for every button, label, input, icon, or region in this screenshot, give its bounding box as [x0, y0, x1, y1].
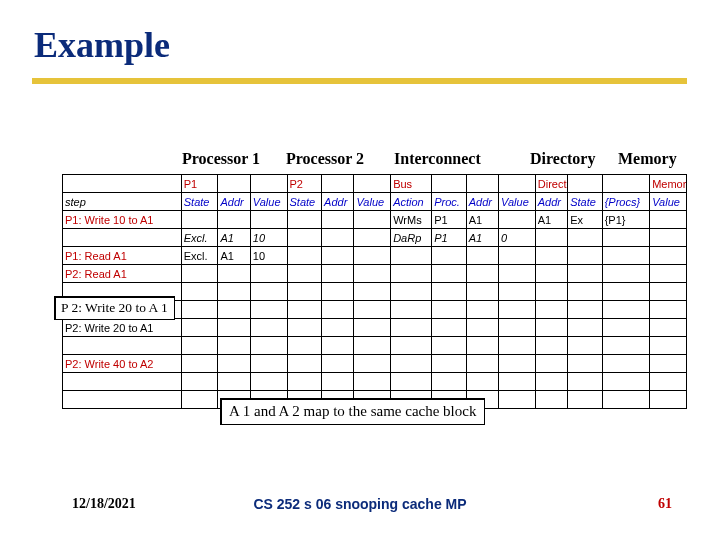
cell-d_procs: [602, 319, 650, 337]
cell-step: [63, 391, 182, 409]
cell-p2_value: [354, 301, 391, 319]
cell-step: P2: Write 20 to A1: [63, 319, 182, 337]
cell-d_state: [568, 247, 603, 265]
cell-d_procs: [602, 391, 650, 409]
cell-b_action: WrMs: [391, 211, 432, 229]
cell-m_value: [650, 391, 687, 409]
cell-b_value: [499, 247, 536, 265]
cell-d_state: [568, 319, 603, 337]
cell-b_action: [391, 283, 432, 301]
header-cell-b_addr: Addr: [466, 193, 498, 211]
cell-p1_addr: [218, 265, 250, 283]
cell-step: P2: Write 40 to A2: [63, 355, 182, 373]
cell-b_addr: [466, 301, 498, 319]
cell-b_proc: [432, 319, 467, 337]
cell-p2_addr: [322, 355, 354, 373]
cell-d_state: [568, 337, 603, 355]
top-cell-p2_state: P2: [287, 175, 322, 193]
cell-p2_value: [354, 283, 391, 301]
cell-p2_value: [354, 319, 391, 337]
header-cell-p1_addr: Addr: [218, 193, 250, 211]
cell-p2_value: [354, 211, 391, 229]
cell-b_action: [391, 355, 432, 373]
cell-p1_state: Excl.: [181, 247, 218, 265]
cell-p2_value: [354, 373, 391, 391]
cell-p2_addr: [322, 373, 354, 391]
cell-m_value: [650, 301, 687, 319]
cell-m_value: [650, 265, 687, 283]
header-cell-p2_value: Value: [354, 193, 391, 211]
cell-b_proc: P1: [432, 229, 467, 247]
cell-p2_state: [287, 301, 322, 319]
cell-p2_value: [354, 247, 391, 265]
callout-pending-step: P 2: Write 20 to A 1: [54, 296, 175, 320]
coherence-table: P1P2BusDirectoryMemorstepStateAddrValueS…: [62, 174, 687, 409]
cell-b_action: [391, 265, 432, 283]
cell-b_addr: [466, 265, 498, 283]
header-cell-d_procs: {Procs}: [602, 193, 650, 211]
cell-b_proc: [432, 301, 467, 319]
top-cell-d_procs: [602, 175, 650, 193]
cell-d_procs: [602, 337, 650, 355]
cell-d_procs: [602, 247, 650, 265]
cell-d_procs: [602, 229, 650, 247]
footer-page-number: 61: [658, 496, 672, 512]
cell-d_addr: [535, 391, 567, 409]
header-cell-d_addr: Addr: [535, 193, 567, 211]
cell-b_addr: A1: [466, 229, 498, 247]
cell-b_proc: [432, 355, 467, 373]
cell-b_value: [499, 337, 536, 355]
cell-p2_addr: [322, 247, 354, 265]
top-cell-p2_addr: [322, 175, 354, 193]
cell-p2_addr: [322, 265, 354, 283]
cell-p1_state: Excl.: [181, 229, 218, 247]
top-cell-p1_state: P1: [181, 175, 218, 193]
mapping-note: A 1 and A 2 map to the same cache block: [220, 398, 485, 425]
cell-step: [63, 337, 182, 355]
cell-p1_value: [250, 319, 287, 337]
cell-p2_addr: [322, 337, 354, 355]
cell-p2_state: [287, 229, 322, 247]
cell-p2_state: [287, 265, 322, 283]
cell-p1_value: 10: [250, 229, 287, 247]
cell-d_state: [568, 301, 603, 319]
top-cell-b_value: [499, 175, 536, 193]
cell-b_value: [499, 265, 536, 283]
cell-b_value: [499, 283, 536, 301]
cell-p1_addr: A1: [218, 229, 250, 247]
table-top-row: P1P2BusDirectoryMemor: [63, 175, 687, 193]
cell-p1_value: [250, 283, 287, 301]
cell-p2_addr: [322, 229, 354, 247]
cell-m_value: [650, 355, 687, 373]
cell-p2_state: [287, 355, 322, 373]
slide-title: Example: [34, 24, 170, 66]
cell-b_value: [499, 211, 536, 229]
top-cell-b_addr: [466, 175, 498, 193]
cell-p1_value: [250, 301, 287, 319]
cell-p1_state: [181, 283, 218, 301]
cell-p1_state: [181, 319, 218, 337]
cell-b_addr: [466, 355, 498, 373]
cell-p1_state: [181, 373, 218, 391]
cell-d_addr: [535, 229, 567, 247]
cell-p2_value: [354, 355, 391, 373]
cell-p2_state: [287, 319, 322, 337]
group-label-interconnect: Interconnect: [394, 150, 481, 168]
table-row: P1: Write 10 to A1WrMsP1A1A1Ex{P1}: [63, 211, 687, 229]
header-cell-p2_addr: Addr: [322, 193, 354, 211]
table-row: P2: Write 20 to A1: [63, 319, 687, 337]
cell-p1_addr: [218, 301, 250, 319]
cell-b_value: [499, 391, 536, 409]
cell-p1_addr: A1: [218, 247, 250, 265]
top-cell-d_addr: Directory: [535, 175, 567, 193]
top-cell-b_proc: [432, 175, 467, 193]
cell-d_addr: A1: [535, 211, 567, 229]
cell-p1_state: [181, 355, 218, 373]
cell-p1_state: [181, 211, 218, 229]
cell-m_value: [650, 247, 687, 265]
cell-m_value: [650, 319, 687, 337]
cell-p1_state: [181, 301, 218, 319]
cell-b_addr: [466, 373, 498, 391]
cell-p1_value: [250, 337, 287, 355]
cell-p2_addr: [322, 301, 354, 319]
